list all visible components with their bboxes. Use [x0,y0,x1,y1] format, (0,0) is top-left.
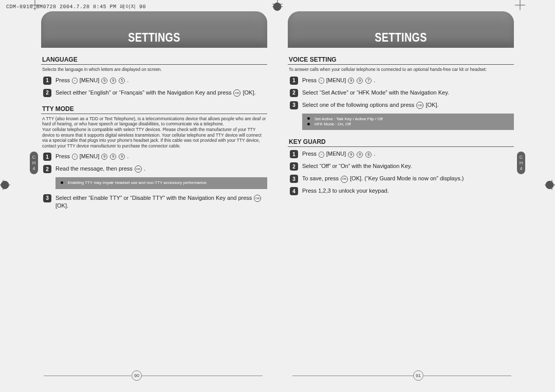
ok-key-icon: OK [254,195,261,202]
two-page-spread: Settings LANGUAGE Selects the language i… [41,11,514,366]
step-number-icon: 2 [290,89,298,97]
crop-mark [30,0,40,10]
step-number-icon: 1 [43,77,51,85]
ok-key-icon: OK [341,176,348,183]
bullet-icon [307,123,310,125]
right-page: Settings VOICE SETTING To answer calls w… [288,11,514,366]
language-desc: Selects the language in which letters ar… [42,67,267,72]
tty-step-1: 1 Press ◦ [MENU] 9 9 9 . [43,153,267,161]
key-icon: 9 [110,78,116,84]
step-text-frag: [OK]. [243,89,256,96]
keyguard-step-4: 4 Press 1,2,3 to unlock your keypad. [290,187,514,195]
ok-key-icon: OK [233,89,240,97]
page-number-rule [142,376,263,376]
ok-key-icon: OK [135,165,142,173]
page-banner: Settings [41,11,267,48]
step-text-frag: . [144,165,145,172]
ok-key-icon: OK [416,102,423,109]
step-number-icon: 1 [290,77,298,85]
page-number-left: 90 [132,370,142,381]
bullet-icon [307,117,310,120]
voice-info-box: Set Active : Talk Key / Active Flip / Of… [302,114,514,130]
tty-step-3: 3 Select either “Enable TTY” or “Disable… [43,194,267,210]
key-icon: 7 [365,78,372,84]
step-text-frag: [MENU] [80,153,101,159]
step-text: Select either “English” or “Français” wi… [55,89,267,97]
page-number-rule [44,376,131,376]
step-text-frag: Select either “Enable TTY” or “Disable T… [55,195,253,201]
crop-mark [515,0,525,10]
info-text: Enabling TTY may impair headset use and … [68,180,208,185]
section-title-keyguard: KEY GUARD [288,137,514,147]
language-step-2: 2 Select either “English” or “Français” … [43,89,267,97]
step-text: Select “Set Active” or “HFK Mode” with t… [302,89,514,97]
chapter-tab-ch: C H [30,155,38,166]
voice-step-2: 2 Select “Set Active” or “HFK Mode” with… [290,89,514,97]
keyguard-step-3: 3 To save, press OK [OK]. (“Key Guard Mo… [290,175,514,183]
step-text: Press ◦ [MENU] 9 9 7 . [302,77,514,84]
crop-mark [0,180,8,190]
step-text-frag: [MENU] [80,77,101,83]
key-icon: 9 [110,154,116,160]
step-number-icon: 2 [43,165,51,173]
step-text-frag: Press [55,77,71,83]
step-text: Press ◦ [MENU] 9 9 8 . [302,150,514,158]
step-text: Select one of the following options and … [302,101,514,109]
chapter-tab-num: 4 [517,166,525,172]
step-text-frag: [MENU] [326,77,348,83]
softkey-icon: ◦ [319,78,324,84]
step-number-icon: 3 [43,194,51,202]
info-text: Set Active : Talk Key / Active Flip / Of… [314,117,383,121]
key-icon: 9 [357,152,363,158]
step-text-frag: Read the message, then press [55,165,134,172]
chapter-tab-num: 4 [30,166,38,172]
info-text: HFK Mode : On, Off [314,122,351,126]
step-number-icon: 2 [43,89,51,97]
step-number-icon: 3 [290,101,298,109]
step-number-icon: 2 [290,162,298,171]
step-text: Press ◦ [MENU] 9 9 9 . [55,153,267,160]
step-text-frag: . [374,77,375,83]
softkey-icon: ◦ [72,78,77,84]
voice-desc: To answer calls when your cellular telep… [289,67,514,72]
crop-mark [272,0,283,9]
step-text-frag: Select one of the following options and … [302,102,416,108]
chapter-tab-ch: C H [517,155,525,166]
chapter-tab-right: C H 4 [517,152,525,174]
language-step-1: 1 Press ◦ [MENU] 9 9 5 . [43,77,267,85]
step-text-frag: To save, press [302,175,340,181]
voice-step-3: 3 Select one of the following options an… [290,101,514,109]
step-text-frag: Press [302,77,318,83]
chapter-tab-left: C H 4 [30,152,38,174]
key-icon: 9 [119,154,125,160]
step-text-frag: . [127,153,128,159]
key-icon: 9 [101,154,107,160]
softkey-icon: ◦ [72,154,77,160]
section-title-tty: TTY MODE [41,104,267,114]
step-text-frag: . [374,151,375,157]
step-number-icon: 4 [290,187,298,195]
step-text: To save, press OK [OK]. (“Key Guard Mode… [302,175,514,182]
step-text: Select either “Enable TTY” or “Disable T… [55,194,267,210]
step-text-frag: . [127,77,128,83]
tty-desc: A TTY (also known as a TDD or Text Telep… [42,116,267,149]
voice-step-1: 1 Press ◦ [MENU] 9 9 7 . [290,77,514,85]
left-page: Settings LANGUAGE Selects the language i… [41,11,267,366]
banner-title: Settings [128,30,180,45]
step-text: Press ◦ [MENU] 9 9 5 . [55,77,267,84]
section-title-language: LANGUAGE [41,55,267,65]
key-icon: 8 [365,152,372,158]
key-icon: 9 [348,152,354,158]
section-title-voice: VOICE SETTING [288,55,514,65]
softkey-icon: ◦ [319,152,324,158]
page-banner: Settings [288,11,514,48]
step-text-frag: [OK]. [425,102,438,108]
step-text: Read the message, then press OK . [55,165,267,173]
step-text-frag: [OK]. [55,202,68,209]
keyguard-step-2: 2 Select “Off” or “On” with the Navigati… [290,162,514,171]
step-number-icon: 1 [43,153,51,161]
tty-step-2: 2 Read the message, then press OK . [43,165,267,173]
banner-title: Settings [375,30,427,45]
page-number-right: 91 [413,370,423,381]
step-text-frag: Select either “English” or “Français” wi… [55,89,233,96]
